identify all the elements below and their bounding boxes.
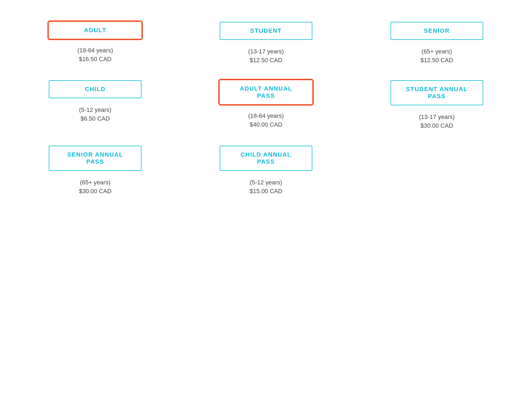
- ticket-label-student-annual: STUDENT ANNUAL PASS: [406, 86, 468, 100]
- ticket-price-child-annual: $15.00 CAD: [250, 188, 282, 195]
- ticket-card-senior-annual[interactable]: SENIOR ANNUAL PASS (65+ years) $30.00 CA…: [21, 146, 170, 195]
- ticket-label-adult-annual: ADULT ANNUAL PASS: [240, 85, 292, 99]
- empty-cell-row3: [362, 146, 511, 195]
- ticket-card-child[interactable]: CHILD (5-12 years) $6.50 CAD: [21, 80, 170, 129]
- ticket-label-child-annual: CHILD ANNUAL PASS: [241, 151, 292, 165]
- ticket-label-box-adult: ADULT: [49, 22, 141, 39]
- ticket-label-senior: SENIOR: [424, 27, 450, 34]
- ticket-info-student: (13-17 years) $12.50 CAD: [248, 48, 284, 64]
- ticket-label-box-student-annual: STUDENT ANNUAL PASS: [391, 80, 483, 105]
- ticket-price-student: $12.50 CAD: [248, 57, 284, 64]
- ticket-age-child: (5-12 years): [79, 106, 111, 113]
- ticket-card-senior[interactable]: SENIOR (65+ years) $12.50 CAD: [362, 22, 511, 64]
- ticket-label-student: STUDENT: [250, 27, 282, 34]
- ticket-price-student-annual: $30.00 CAD: [419, 122, 455, 129]
- ticket-age-senior: (65+ years): [421, 48, 453, 55]
- ticket-label-child: CHILD: [85, 86, 105, 92]
- ticket-info-child-annual: (5-12 years) $15.00 CAD: [250, 179, 282, 195]
- ticket-info-student-annual: (13-17 years) $30.00 CAD: [419, 113, 455, 129]
- ticket-age-senior-annual: (65+ years): [79, 179, 111, 186]
- ticket-price-adult-annual: $40.00 CAD: [248, 121, 284, 128]
- ticket-info-adult-annual: (18-64 years) $40.00 CAD: [248, 112, 284, 128]
- ticket-info-adult: (18-64 years) $16.50 CAD: [77, 47, 113, 63]
- ticket-card-adult-annual[interactable]: ADULT ANNUAL PASS (18-64 years) $40.00 C…: [192, 80, 341, 129]
- ticket-price-senior-annual: $30.00 CAD: [79, 188, 111, 195]
- ticket-label-box-child-annual: CHILD ANNUAL PASS: [220, 146, 312, 171]
- ticket-info-senior-annual: (65+ years) $30.00 CAD: [79, 179, 111, 195]
- ticket-price-adult: $16.50 CAD: [77, 56, 113, 63]
- ticket-card-adult[interactable]: ADULT (18-64 years) $16.50 CAD: [21, 22, 170, 64]
- ticket-label-senior-annual: SENIOR ANNUAL PASS: [67, 151, 123, 165]
- ticket-label-box-child: CHILD: [49, 80, 141, 98]
- ticket-grid: ADULT (18-64 years) $16.50 CAD STUDENT (…: [21, 22, 511, 195]
- ticket-price-child: $6.50 CAD: [79, 115, 111, 122]
- ticket-label-box-senior: SENIOR: [391, 22, 483, 40]
- ticket-info-child: (5-12 years) $6.50 CAD: [79, 106, 111, 122]
- ticket-label-adult: ADULT: [84, 27, 106, 34]
- ticket-info-senior: (65+ years) $12.50 CAD: [421, 48, 453, 64]
- ticket-age-student: (13-17 years): [248, 48, 284, 55]
- ticket-age-adult: (18-64 years): [77, 47, 113, 54]
- ticket-label-box-student: STUDENT: [220, 22, 312, 40]
- ticket-card-child-annual[interactable]: CHILD ANNUAL PASS (5-12 years) $15.00 CA…: [192, 146, 341, 195]
- ticket-card-student-annual[interactable]: STUDENT ANNUAL PASS (13-17 years) $30.00…: [362, 80, 511, 129]
- ticket-label-box-adult-annual: ADULT ANNUAL PASS: [220, 80, 312, 104]
- ticket-age-adult-annual: (18-64 years): [248, 112, 284, 119]
- ticket-price-senior: $12.50 CAD: [421, 57, 453, 64]
- ticket-card-student[interactable]: STUDENT (13-17 years) $12.50 CAD: [192, 22, 341, 64]
- ticket-age-student-annual: (13-17 years): [419, 113, 455, 121]
- ticket-label-box-senior-annual: SENIOR ANNUAL PASS: [49, 146, 141, 171]
- ticket-age-child-annual: (5-12 years): [250, 179, 282, 186]
